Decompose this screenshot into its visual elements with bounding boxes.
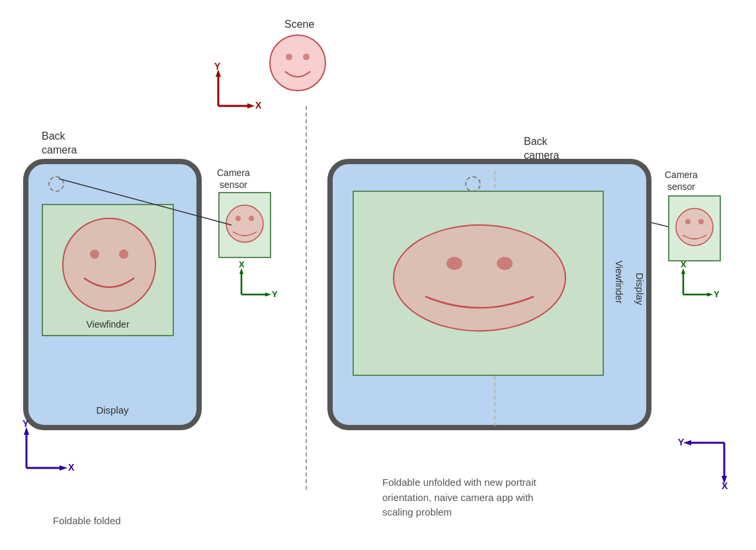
left-camera-hole [48, 176, 64, 192]
bottom-left-axes: X Y [13, 422, 73, 484]
svg-point-0 [270, 35, 325, 91]
sensor-axes-right: Y X [677, 265, 716, 307]
divider [306, 106, 307, 490]
scene-face [268, 33, 327, 93]
camera-sensor-label-left: Camera sensor [217, 167, 250, 191]
svg-point-27 [676, 208, 713, 246]
phone-left: Viewfinder Display [23, 159, 202, 430]
phone-right: Viewfinder Display [327, 159, 651, 430]
right-viewfinder-label: Viewfinder [614, 260, 624, 303]
scene-label: Scene [284, 19, 314, 30]
svg-point-28 [685, 219, 691, 224]
right-display-label: Display [634, 273, 646, 305]
svg-point-26 [497, 257, 513, 270]
svg-point-14 [249, 216, 254, 221]
camera-sensor-label-right: Camera sensor [665, 169, 698, 193]
right-viewfinder [353, 191, 604, 376]
svg-text:X: X [722, 481, 728, 491]
sensor-axes-left: Y X [235, 265, 274, 307]
svg-point-1 [286, 54, 292, 60]
svg-point-29 [698, 219, 704, 224]
sensor-box-left [218, 192, 271, 258]
svg-text:Y: Y [272, 289, 278, 299]
diagram-container: Scene X Y [0, 0, 756, 550]
svg-point-10 [90, 250, 99, 259]
svg-marker-20 [265, 293, 271, 297]
bottom-right-axes: Y X [678, 430, 744, 492]
svg-marker-6 [247, 103, 255, 109]
svg-text:X: X [68, 462, 75, 473]
svg-text:Y: Y [678, 437, 685, 447]
svg-text:X: X [239, 259, 245, 269]
svg-point-9 [63, 218, 155, 311]
left-viewfinder: Viewfinder [42, 204, 174, 336]
caption-left: Foldable folded [53, 515, 121, 526]
svg-text:Y: Y [714, 289, 720, 299]
left-display-label: Display [28, 404, 196, 416]
svg-point-25 [446, 257, 462, 270]
svg-point-13 [235, 216, 241, 221]
svg-text:X: X [255, 100, 262, 111]
svg-point-24 [394, 225, 566, 331]
back-camera-label-right: Back camera [524, 135, 559, 163]
svg-marker-39 [60, 465, 67, 471]
svg-text:Y: Y [22, 418, 29, 429]
left-viewfinder-label: Viewfinder [43, 319, 173, 330]
svg-point-2 [303, 54, 310, 60]
svg-text:X: X [681, 259, 687, 269]
sensor-box-right [668, 195, 721, 261]
svg-marker-45 [683, 440, 691, 445]
back-camera-label-left: Back camera [42, 130, 77, 158]
svg-marker-33 [707, 293, 713, 297]
svg-text:Y: Y [214, 61, 221, 71]
right-camera-hole [465, 176, 481, 192]
caption-right: Foldable unfolded with new portrait orie… [382, 475, 536, 520]
svg-point-11 [119, 250, 128, 259]
svg-point-12 [226, 205, 263, 242]
top-axes: X Y [205, 66, 258, 122]
